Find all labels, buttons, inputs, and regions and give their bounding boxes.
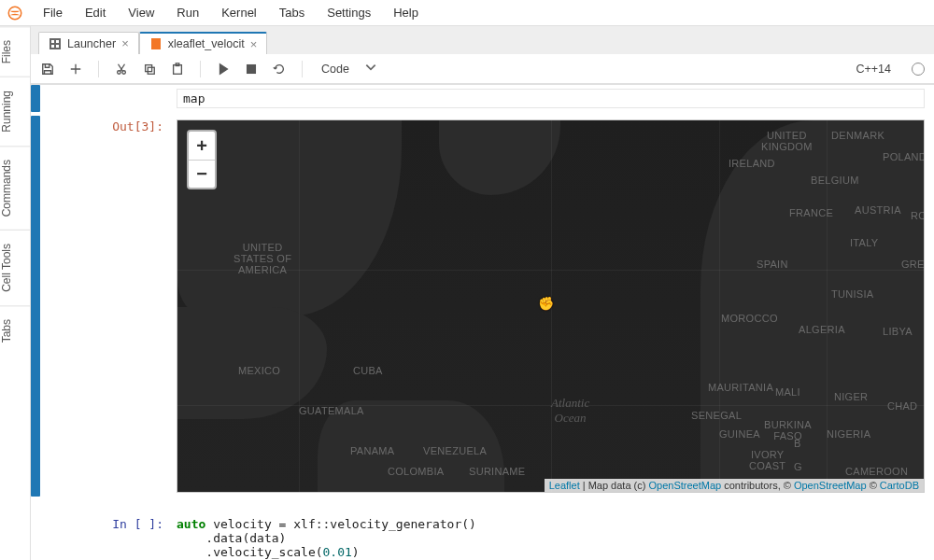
svg-rect-6 bbox=[151, 38, 161, 49]
cell-type-label: Code bbox=[321, 63, 349, 76]
cartodb-link[interactable]: CartoDB bbox=[880, 480, 919, 491]
tab-launcher[interactable]: Launcher × bbox=[38, 32, 139, 54]
stop-icon[interactable] bbox=[244, 62, 259, 77]
cell-gutter bbox=[31, 513, 40, 560]
svg-rect-10 bbox=[148, 67, 154, 74]
leaflet-link[interactable]: Leaflet bbox=[549, 480, 580, 491]
svg-rect-4 bbox=[51, 45, 54, 48]
separator bbox=[98, 61, 99, 77]
map-attribution: Leaflet | Map data (c) OpenStreetMap con… bbox=[545, 479, 924, 492]
sidebar-tab-commands[interactable]: Commands bbox=[0, 146, 30, 230]
jupyter-logo bbox=[6, 4, 24, 22]
notebook-toolbar: Code C++14 bbox=[31, 54, 934, 84]
zoom-in-button[interactable]: + bbox=[189, 132, 215, 160]
svg-point-0 bbox=[8, 7, 21, 20]
tab-notebook[interactable]: xleaflet_velocit × bbox=[139, 32, 268, 54]
menu-tabs[interactable]: Tabs bbox=[270, 2, 314, 23]
menubar: File Edit View Run Kernel Tabs Settings … bbox=[0, 0, 934, 26]
sidebar-tab-celltools[interactable]: Cell Tools bbox=[0, 230, 30, 305]
paste-icon[interactable] bbox=[170, 62, 185, 77]
zoom-out-button[interactable]: − bbox=[189, 160, 215, 188]
add-cell-icon[interactable] bbox=[68, 62, 83, 77]
sidebar-tab-files[interactable]: Files bbox=[0, 26, 30, 77]
close-icon[interactable]: × bbox=[250, 37, 258, 51]
svg-point-8 bbox=[122, 70, 126, 74]
svg-rect-2 bbox=[51, 40, 54, 43]
zoom-control: + − bbox=[187, 130, 217, 189]
cell-gutter bbox=[31, 85, 40, 112]
leaflet-map[interactable]: UNITED STATES OF AMERICAMEXICOCUBAGUATEM… bbox=[177, 119, 925, 493]
separator bbox=[200, 61, 201, 77]
svg-rect-13 bbox=[248, 64, 256, 73]
tab-label: xleaflet_velocit bbox=[168, 37, 245, 50]
cut-icon[interactable] bbox=[114, 62, 129, 77]
menu-edit[interactable]: Edit bbox=[76, 2, 115, 23]
document-tabstrip: Launcher × xleaflet_velocit × bbox=[31, 26, 934, 54]
input-prompt: In [ ]: bbox=[40, 513, 171, 560]
restart-icon[interactable] bbox=[272, 62, 287, 77]
code-input[interactable]: auto velocity = xlf::velocity_generator(… bbox=[177, 517, 925, 559]
tab-label: Launcher bbox=[67, 37, 116, 50]
copy-icon[interactable] bbox=[142, 62, 157, 77]
menu-kernel[interactable]: Kernel bbox=[212, 2, 266, 23]
osm-link[interactable]: OpenStreetMap bbox=[648, 480, 721, 491]
cell-prompt bbox=[40, 85, 171, 112]
kernel-name[interactable]: C++14 bbox=[856, 63, 891, 76]
menu-run[interactable]: Run bbox=[167, 2, 208, 23]
cell-type-select[interactable]: Code bbox=[318, 61, 381, 77]
notebook-icon bbox=[149, 37, 163, 50]
menu-view[interactable]: View bbox=[119, 2, 163, 23]
menu-settings[interactable]: Settings bbox=[318, 2, 380, 23]
cell-gutter bbox=[31, 116, 40, 497]
svg-rect-1 bbox=[50, 38, 61, 49]
separator bbox=[302, 61, 303, 77]
code-input[interactable]: map bbox=[177, 89, 925, 108]
sidebar-tab-running[interactable]: Running bbox=[0, 77, 30, 146]
svg-rect-9 bbox=[146, 64, 152, 71]
menu-help[interactable]: Help bbox=[384, 2, 428, 23]
chevron-down-icon bbox=[364, 61, 377, 77]
run-icon[interactable] bbox=[216, 62, 231, 77]
notebook-area[interactable]: map Out[3]: bbox=[31, 84, 934, 560]
svg-rect-3 bbox=[56, 40, 59, 43]
osm-link[interactable]: OpenStreetMap bbox=[794, 480, 867, 491]
svg-rect-5 bbox=[56, 45, 59, 48]
svg-point-7 bbox=[118, 70, 121, 74]
launcher-icon bbox=[49, 37, 62, 50]
left-sidebar: Files Running Commands Cell Tools Tabs bbox=[0, 26, 31, 560]
output-prompt: Out[3]: bbox=[40, 116, 171, 497]
save-icon[interactable] bbox=[40, 62, 55, 77]
sidebar-tab-tabs[interactable]: Tabs bbox=[0, 305, 30, 356]
kernel-status-icon[interactable] bbox=[912, 63, 925, 76]
close-icon[interactable]: × bbox=[121, 36, 129, 50]
menu-file[interactable]: File bbox=[34, 2, 72, 23]
